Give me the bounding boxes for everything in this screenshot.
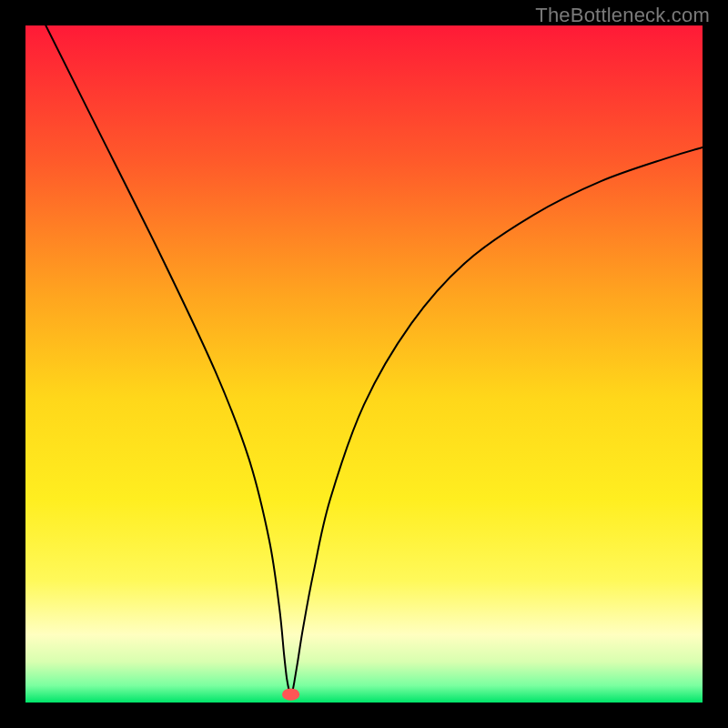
chart-frame: TheBottleneck.com (0, 0, 728, 728)
minimum-marker (282, 688, 299, 700)
bottleneck-chart (25, 25, 703, 703)
plot-background (25, 25, 703, 703)
watermark-text: TheBottleneck.com (535, 4, 710, 27)
